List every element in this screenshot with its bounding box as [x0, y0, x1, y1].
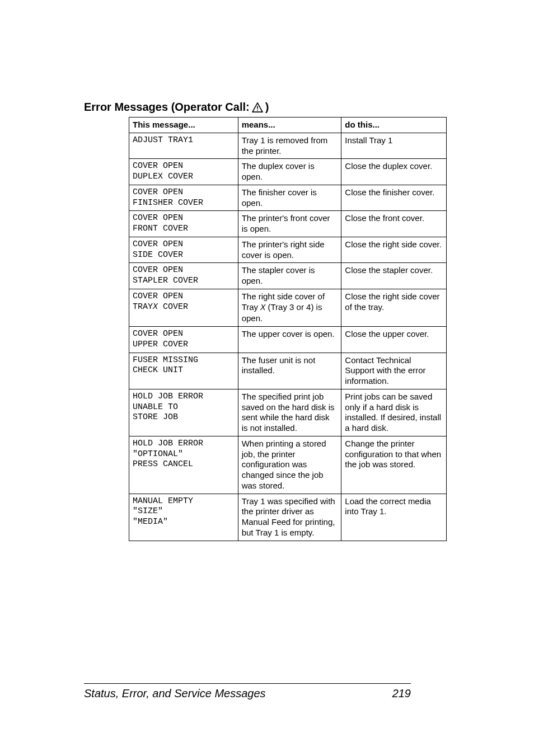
page-container: Error Messages (Operator Call: ) This me… — [0, 0, 534, 756]
cell-message: COVER OPEN FINISHER COVER — [129, 185, 238, 211]
header-means: means... — [238, 118, 341, 133]
page-footer: Status, Error, and Service Messages 219 — [84, 683, 411, 700]
table-row: COVER OPEN UPPER COVER The upper cover i… — [129, 327, 447, 353]
svg-rect-1 — [257, 110, 258, 111]
title-suffix: ) — [265, 101, 269, 114]
table-row: COVER OPEN TRAYX COVER The right side co… — [129, 289, 447, 326]
cell-do: Close the front cover. — [341, 211, 447, 237]
variable-x: X — [260, 303, 265, 313]
table-row: HOLD JOB ERROR UNABLE TO STORE JOB The s… — [129, 389, 447, 436]
cell-message: HOLD JOB ERROR UNABLE TO STORE JOB — [129, 389, 238, 436]
variable-x: X — [153, 302, 158, 312]
cell-do: Load the correct media into Tray 1. — [341, 494, 447, 541]
cell-means: The printer's front cover is open. — [238, 211, 341, 237]
cell-do: Install Tray 1 — [341, 133, 447, 159]
table-row: FUSER MISSING CHECK UNIT The fuser unit … — [129, 353, 447, 389]
svg-rect-0 — [257, 106, 258, 109]
cell-message: COVER OPEN TRAYX COVER — [129, 289, 238, 326]
cell-do: Close the finisher cover. — [341, 185, 447, 211]
header-do-this: do this... — [341, 118, 447, 133]
header-message: This message... — [129, 118, 238, 133]
cell-means: The finisher cover is open. — [238, 185, 341, 211]
cell-do: Close the duplex cover. — [341, 159, 447, 185]
table-row: COVER OPEN STAPLER COVER The stapler cov… — [129, 263, 447, 289]
cell-message: COVER OPEN SIDE COVER — [129, 237, 238, 263]
cell-do: Close the right side cover of the tray. — [341, 289, 447, 326]
cell-means: The specified print job saved on the har… — [238, 389, 341, 436]
cell-means: The printer's right side cover is open. — [238, 237, 341, 263]
cell-means: The upper cover is open. — [238, 327, 341, 353]
cell-do: Close the upper cover. — [341, 327, 447, 353]
table-row: COVER OPEN DUPLEX COVER The duplex cover… — [129, 159, 447, 185]
page-number: 219 — [392, 687, 411, 700]
table-row: HOLD JOB ERROR "OPTIONAL" PRESS CANCEL W… — [129, 436, 447, 494]
cell-means: Tray 1 is removed from the printer. — [238, 133, 341, 159]
cell-do: Print jobs can be saved only if a hard d… — [341, 389, 447, 436]
cell-message: COVER OPEN FRONT COVER — [129, 211, 238, 237]
table-row: COVER OPEN FINISHER COVER The finisher c… — [129, 185, 447, 211]
table-row: COVER OPEN SIDE COVER The printer's righ… — [129, 237, 447, 263]
cell-message: ADJUST TRAY1 — [129, 133, 238, 159]
section-title: Error Messages (Operator Call: ) — [84, 101, 411, 114]
cell-means: The right side cover of Tray X (Tray 3 o… — [238, 289, 341, 326]
table-row: MANUAL EMPTY "SIZE" "MEDIA" Tray 1 was s… — [129, 494, 447, 541]
cell-message: MANUAL EMPTY "SIZE" "MEDIA" — [129, 494, 238, 541]
cell-do: Change the printer configuration to that… — [341, 436, 447, 494]
cell-means: The fuser unit is not installed. — [238, 353, 341, 389]
warning-icon — [252, 102, 263, 112]
cell-means: The stapler cover is open. — [238, 263, 341, 289]
footer-title: Status, Error, and Service Messages — [84, 687, 266, 700]
table-row: ADJUST TRAY1 Tray 1 is removed from the … — [129, 133, 447, 159]
cell-means: Tray 1 was specified with the printer dr… — [238, 494, 341, 541]
cell-message: HOLD JOB ERROR "OPTIONAL" PRESS CANCEL — [129, 436, 238, 494]
messages-table: This message... means... do this... ADJU… — [129, 117, 447, 541]
cell-means: When printing a stored job, the printer … — [238, 436, 341, 494]
cell-do: Close the stapler cover. — [341, 263, 447, 289]
cell-message: COVER OPEN UPPER COVER — [129, 327, 238, 353]
cell-do: Close the right side cover. — [341, 237, 447, 263]
cell-message: COVER OPEN DUPLEX COVER — [129, 159, 238, 185]
cell-message: FUSER MISSING CHECK UNIT — [129, 353, 238, 389]
cell-do: Contact Technical Support with the error… — [341, 353, 447, 389]
table-header-row: This message... means... do this... — [129, 118, 447, 133]
title-prefix: Error Messages (Operator Call: — [84, 101, 250, 114]
cell-means: The duplex cover is open. — [238, 159, 341, 185]
table-row: COVER OPEN FRONT COVER The printer's fro… — [129, 211, 447, 237]
cell-message: COVER OPEN STAPLER COVER — [129, 263, 238, 289]
